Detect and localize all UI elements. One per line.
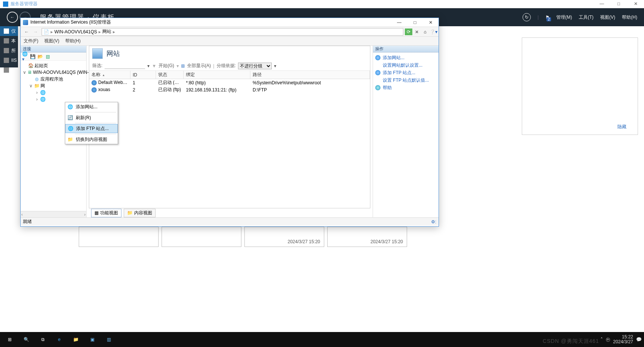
stop-icon[interactable]: ⤫ <box>413 28 421 35</box>
tray-chevron-icon[interactable]: ˄ <box>601 337 603 342</box>
nav-dashboard[interactable]: 仪 <box>0 26 18 36</box>
scroll-right-icon[interactable]: › <box>84 212 85 217</box>
tile-3[interactable]: 2024/3/27 15:20 <box>244 227 324 247</box>
start-page-icon: 🏠 <box>28 63 33 68</box>
server-manager-icon[interactable]: ▣ <box>84 332 100 347</box>
hide-link[interactable]: 隐藏 <box>617 124 626 130</box>
menu-help[interactable]: 帮助(H) <box>65 38 81 44</box>
expand-icon[interactable]: › <box>35 97 39 102</box>
nav-file[interactable]: 文 <box>0 65 18 75</box>
up-icon[interactable]: ▧ <box>45 54 51 60</box>
col-name[interactable]: 名称▴ <box>89 71 130 79</box>
tree-hscroll[interactable]: ‹› <box>21 211 86 217</box>
tree-sites[interactable]: ∨📁网 <box>21 82 85 89</box>
notifications-flag-icon[interactable]: ⚑2 <box>545 15 550 20</box>
table-row[interactable]: Default Web S... 1 已启动 (ht... *:80 (http… <box>89 79 370 86</box>
ctx-switch-view[interactable]: 📁切换到内容视图 <box>65 135 118 144</box>
group-by-select[interactable]: 不进行分组 <box>238 63 272 69</box>
nav-local[interactable]: 本 <box>0 36 18 46</box>
show-all-icon[interactable]: ⊞ <box>181 63 185 69</box>
iis-menubar: 文件(F) 视图(V) 帮助(H) <box>21 37 439 46</box>
iis-role-icon <box>4 58 9 63</box>
ie-icon[interactable]: e <box>51 332 67 347</box>
menu-view[interactable]: 视图(V) <box>600 14 615 21</box>
action-add-site[interactable]: 添加网站... <box>375 54 436 61</box>
refresh-icon[interactable]: ↻ <box>523 13 531 21</box>
nav-all[interactable]: 所 <box>0 46 18 55</box>
ctx-refresh[interactable]: 🔄刷新(R) <box>65 113 118 122</box>
iis-titlebar[interactable]: Internet Information Services (IIS)管理器 —… <box>21 18 439 27</box>
action-site-defaults[interactable]: 设置网站默认设置... <box>375 61 436 69</box>
iis-taskbar-icon[interactable]: ▥ <box>100 332 117 347</box>
sm-minimize-button[interactable]: — <box>593 0 610 7</box>
expand-icon[interactable]: ∨ <box>23 70 26 75</box>
tile-1[interactable] <box>79 227 159 247</box>
bc-server[interactable]: WIN-AOOVVL641QS <box>54 29 97 34</box>
menu-manage[interactable]: 管理(M) <box>556 14 572 21</box>
separator <box>75 123 116 123</box>
iis-close-button[interactable]: ✕ <box>423 18 439 27</box>
tile-4[interactable]: 2024/3/27 15:20 <box>327 227 407 247</box>
ime-icon[interactable]: ㊥ <box>606 337 610 343</box>
table-row[interactable]: xouas 2 已启动 (ftp) 192.168.159.131:21: (f… <box>89 86 370 93</box>
action-help[interactable]: 帮助 <box>375 84 436 91</box>
menu-tools[interactable]: 工具(T) <box>579 14 593 21</box>
explorer-icon[interactable]: 📁 <box>67 332 84 347</box>
iis-minimize-button[interactable]: — <box>391 18 407 27</box>
home-icon[interactable]: ⌂ <box>421 28 429 35</box>
tab-content[interactable]: 📁内容视图 <box>124 209 156 217</box>
dropdown-icon[interactable]: ▾ <box>147 63 150 69</box>
expand-icon[interactable]: › <box>35 90 39 95</box>
start-button[interactable]: ⊞ <box>1 332 18 347</box>
tab-features[interactable]: ▦功能视图 <box>91 209 121 217</box>
iis-back-button[interactable]: ← <box>22 28 31 36</box>
tree-start-page[interactable]: 🏠起始页 <box>21 62 85 69</box>
refresh-all-icon[interactable]: ⟳ <box>405 28 412 35</box>
clock[interactable]: 15:22 2024/3/27 <box>613 335 633 344</box>
show-all-button[interactable]: 全部显示(A) <box>187 63 211 69</box>
bc-root-icon[interactable]: 📄 <box>43 29 49 34</box>
status-config-icon[interactable]: ⚙: <box>431 219 436 224</box>
nav-iis[interactable]: IIS <box>0 55 18 65</box>
ctx-add-ftp[interactable]: 🌐添加 FTP 站点... <box>65 124 118 133</box>
go-button[interactable]: 开始(G) <box>159 63 174 69</box>
server-icon <box>4 38 9 43</box>
connect-icon[interactable]: 🌐▾ <box>22 54 28 60</box>
iis-maximize-button[interactable]: □ <box>407 18 423 27</box>
help-dropdown-icon[interactable]: ❔▾ <box>430 28 437 35</box>
servers-icon <box>4 48 9 53</box>
filter-input[interactable] <box>105 63 145 69</box>
help-icon <box>375 85 380 90</box>
menu-file[interactable]: 文件(F) <box>24 38 38 44</box>
col-path[interactable]: 路径 <box>250 71 370 79</box>
sm-back-button[interactable]: ← <box>7 12 18 23</box>
notifications-icon[interactable]: 💬 <box>636 337 642 342</box>
tree-apppools[interactable]: ◍应用程序池 <box>21 76 85 82</box>
task-view-button[interactable]: ⧉ <box>34 332 51 347</box>
scroll-left-icon[interactable]: ‹ <box>21 212 22 217</box>
search-button[interactable]: 🔍 <box>18 332 34 347</box>
ctx-add-site[interactable]: 🌐添加网站... <box>65 102 118 111</box>
action-add-ftp[interactable]: 添加 FTP 站点... <box>375 69 436 76</box>
sm-close-button[interactable]: ✕ <box>627 0 644 7</box>
dropdown-icon[interactable]: ▾ <box>274 63 276 69</box>
tree-server[interactable]: ∨🖥WIN-AOOVVL641QS (WIN- <box>21 69 85 76</box>
iis-app-icon <box>23 20 28 25</box>
save-icon[interactable]: 💾 <box>30 54 36 60</box>
col-binding[interactable]: 绑定 <box>184 71 250 79</box>
col-state[interactable]: 状态 <box>156 71 184 79</box>
iis-breadcrumb[interactable]: 📄 ▸ WIN-AOOVVL641QS ▸ 网站 ▸ <box>42 28 403 36</box>
tree-site-1[interactable]: ›🌐 <box>21 89 85 96</box>
sm-maximize-button[interactable]: □ <box>610 0 627 7</box>
menu-view[interactable]: 视图(V) <box>44 38 59 44</box>
folder-icon[interactable]: 📂 <box>37 54 43 60</box>
iis-forward-button[interactable]: → <box>31 28 40 36</box>
col-id[interactable]: ID <box>130 71 156 79</box>
group-by-label: 分组依据: <box>217 63 236 69</box>
iis-addressbar: ← → 📄 ▸ WIN-AOOVVL641QS ▸ 网站 ▸ ⟳ ⤫ ⌂ ❔▾ <box>21 27 439 37</box>
expand-icon[interactable]: ∨ <box>29 83 33 88</box>
action-ftp-defaults[interactable]: 设置 FTP 站点默认值... <box>375 76 436 84</box>
bc-node[interactable]: 网站 <box>102 28 111 35</box>
tile-2[interactable] <box>162 227 241 247</box>
menu-help[interactable]: 帮助(H) <box>622 14 637 21</box>
